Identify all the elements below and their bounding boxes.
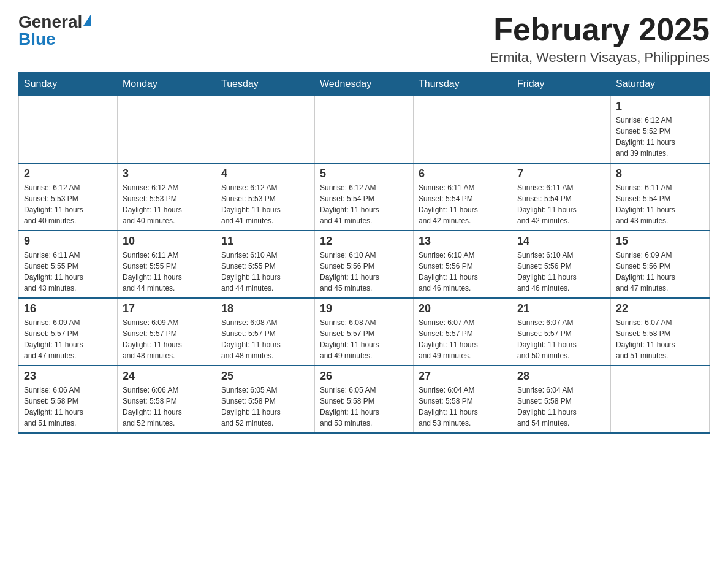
day-info: Sunrise: 6:11 AM Sunset: 5:54 PM Dayligh… xyxy=(419,182,507,226)
calendar-cell: 24Sunrise: 6:06 AM Sunset: 5:58 PM Dayli… xyxy=(118,366,216,433)
day-header-monday: Monday xyxy=(118,72,216,96)
day-header-wednesday: Wednesday xyxy=(315,72,414,96)
day-info: Sunrise: 6:09 AM Sunset: 5:56 PM Dayligh… xyxy=(616,250,704,294)
title-block: February 2025 Ermita, Western Visayas, P… xyxy=(490,12,710,66)
day-number: 14 xyxy=(517,235,605,248)
day-info: Sunrise: 6:04 AM Sunset: 5:58 PM Dayligh… xyxy=(419,385,507,429)
day-header-saturday: Saturday xyxy=(611,72,710,96)
calendar-cell: 9Sunrise: 6:11 AM Sunset: 5:55 PM Daylig… xyxy=(19,231,118,298)
calendar-cell: 8Sunrise: 6:11 AM Sunset: 5:54 PM Daylig… xyxy=(611,163,710,231)
day-info: Sunrise: 6:09 AM Sunset: 5:57 PM Dayligh… xyxy=(24,317,112,361)
day-number: 24 xyxy=(123,370,211,383)
day-number: 3 xyxy=(123,167,211,180)
day-info: Sunrise: 6:07 AM Sunset: 5:57 PM Dayligh… xyxy=(419,317,507,361)
day-number: 13 xyxy=(419,235,507,248)
day-number: 6 xyxy=(419,167,507,180)
day-number: 17 xyxy=(123,302,211,315)
day-number: 9 xyxy=(24,235,112,248)
calendar-cell: 28Sunrise: 6:04 AM Sunset: 5:58 PM Dayli… xyxy=(512,366,611,433)
day-number: 11 xyxy=(221,235,309,248)
calendar-cell xyxy=(315,96,414,164)
calendar-cell: 6Sunrise: 6:11 AM Sunset: 5:54 PM Daylig… xyxy=(414,163,512,231)
calendar-cell: 2Sunrise: 6:12 AM Sunset: 5:53 PM Daylig… xyxy=(19,163,118,231)
calendar-cell: 26Sunrise: 6:05 AM Sunset: 5:58 PM Dayli… xyxy=(315,366,414,433)
day-info: Sunrise: 6:06 AM Sunset: 5:58 PM Dayligh… xyxy=(123,385,211,429)
calendar-cell: 22Sunrise: 6:07 AM Sunset: 5:58 PM Dayli… xyxy=(611,298,710,366)
day-number: 10 xyxy=(123,235,211,248)
calendar-cell: 15Sunrise: 6:09 AM Sunset: 5:56 PM Dayli… xyxy=(611,231,710,298)
day-number: 23 xyxy=(24,370,112,383)
calendar-cell: 7Sunrise: 6:11 AM Sunset: 5:54 PM Daylig… xyxy=(512,163,611,231)
calendar-cell: 17Sunrise: 6:09 AM Sunset: 5:57 PM Dayli… xyxy=(118,298,216,366)
calendar-subtitle: Ermita, Western Visayas, Philippines xyxy=(490,50,710,66)
day-info: Sunrise: 6:05 AM Sunset: 5:58 PM Dayligh… xyxy=(221,385,309,429)
calendar-cell xyxy=(19,96,118,164)
day-number: 18 xyxy=(221,302,309,315)
day-info: Sunrise: 6:12 AM Sunset: 5:54 PM Dayligh… xyxy=(320,182,408,226)
day-number: 16 xyxy=(24,302,112,315)
day-info: Sunrise: 6:12 AM Sunset: 5:53 PM Dayligh… xyxy=(24,182,112,226)
calendar-cell: 27Sunrise: 6:04 AM Sunset: 5:58 PM Dayli… xyxy=(414,366,512,433)
day-info: Sunrise: 6:11 AM Sunset: 5:55 PM Dayligh… xyxy=(24,250,112,294)
calendar-cell xyxy=(512,96,611,164)
calendar-cell: 23Sunrise: 6:06 AM Sunset: 5:58 PM Dayli… xyxy=(19,366,118,433)
day-info: Sunrise: 6:07 AM Sunset: 5:58 PM Dayligh… xyxy=(616,317,704,361)
day-number: 5 xyxy=(320,167,408,180)
calendar-cell: 16Sunrise: 6:09 AM Sunset: 5:57 PM Dayli… xyxy=(19,298,118,366)
calendar-cell: 10Sunrise: 6:11 AM Sunset: 5:55 PM Dayli… xyxy=(118,231,216,298)
day-info: Sunrise: 6:07 AM Sunset: 5:57 PM Dayligh… xyxy=(517,317,605,361)
day-info: Sunrise: 6:05 AM Sunset: 5:58 PM Dayligh… xyxy=(320,385,408,429)
calendar-cell xyxy=(216,96,315,164)
calendar-cell xyxy=(611,366,710,433)
calendar-cell: 3Sunrise: 6:12 AM Sunset: 5:53 PM Daylig… xyxy=(118,163,216,231)
day-info: Sunrise: 6:09 AM Sunset: 5:57 PM Dayligh… xyxy=(123,317,211,361)
day-info: Sunrise: 6:04 AM Sunset: 5:58 PM Dayligh… xyxy=(517,385,605,429)
day-number: 8 xyxy=(616,167,704,180)
day-number: 22 xyxy=(616,302,704,315)
day-number: 25 xyxy=(221,370,309,383)
week-row-1: 1Sunrise: 6:12 AM Sunset: 5:52 PM Daylig… xyxy=(19,96,710,164)
week-row-3: 9Sunrise: 6:11 AM Sunset: 5:55 PM Daylig… xyxy=(19,231,710,298)
calendar-title: February 2025 xyxy=(490,12,710,47)
day-info: Sunrise: 6:12 AM Sunset: 5:53 PM Dayligh… xyxy=(123,182,211,226)
day-info: Sunrise: 6:10 AM Sunset: 5:56 PM Dayligh… xyxy=(320,250,408,294)
day-info: Sunrise: 6:12 AM Sunset: 5:53 PM Dayligh… xyxy=(221,182,309,226)
day-header-tuesday: Tuesday xyxy=(216,72,315,96)
logo: General Blue xyxy=(18,12,91,49)
calendar-cell: 12Sunrise: 6:10 AM Sunset: 5:56 PM Dayli… xyxy=(315,231,414,298)
day-number: 21 xyxy=(517,302,605,315)
day-number: 26 xyxy=(320,370,408,383)
day-number: 2 xyxy=(24,167,112,180)
day-info: Sunrise: 6:08 AM Sunset: 5:57 PM Dayligh… xyxy=(221,317,309,361)
day-number: 4 xyxy=(221,167,309,180)
calendar-cell: 11Sunrise: 6:10 AM Sunset: 5:55 PM Dayli… xyxy=(216,231,315,298)
header-row: SundayMondayTuesdayWednesdayThursdayFrid… xyxy=(19,72,710,96)
day-info: Sunrise: 6:10 AM Sunset: 5:56 PM Dayligh… xyxy=(517,250,605,294)
calendar-cell: 1Sunrise: 6:12 AM Sunset: 5:52 PM Daylig… xyxy=(611,96,710,164)
day-info: Sunrise: 6:11 AM Sunset: 5:55 PM Dayligh… xyxy=(123,250,211,294)
day-number: 27 xyxy=(419,370,507,383)
day-number: 28 xyxy=(517,370,605,383)
calendar-cell xyxy=(118,96,216,164)
day-number: 15 xyxy=(616,235,704,248)
week-row-5: 23Sunrise: 6:06 AM Sunset: 5:58 PM Dayli… xyxy=(19,366,710,433)
day-number: 19 xyxy=(320,302,408,315)
day-number: 7 xyxy=(517,167,605,180)
day-number: 20 xyxy=(419,302,507,315)
logo-triangle-icon xyxy=(83,15,91,26)
day-info: Sunrise: 6:08 AM Sunset: 5:57 PM Dayligh… xyxy=(320,317,408,361)
day-header-friday: Friday xyxy=(512,72,611,96)
day-header-sunday: Sunday xyxy=(19,72,118,96)
calendar-cell: 21Sunrise: 6:07 AM Sunset: 5:57 PM Dayli… xyxy=(512,298,611,366)
day-info: Sunrise: 6:06 AM Sunset: 5:58 PM Dayligh… xyxy=(24,385,112,429)
day-number: 1 xyxy=(616,100,704,113)
calendar-table: SundayMondayTuesdayWednesdayThursdayFrid… xyxy=(18,72,710,434)
calendar-cell: 14Sunrise: 6:10 AM Sunset: 5:56 PM Dayli… xyxy=(512,231,611,298)
week-row-4: 16Sunrise: 6:09 AM Sunset: 5:57 PM Dayli… xyxy=(19,298,710,366)
calendar-cell xyxy=(414,96,512,164)
calendar-cell: 20Sunrise: 6:07 AM Sunset: 5:57 PM Dayli… xyxy=(414,298,512,366)
day-info: Sunrise: 6:12 AM Sunset: 5:52 PM Dayligh… xyxy=(616,115,704,159)
day-header-thursday: Thursday xyxy=(414,72,512,96)
week-row-2: 2Sunrise: 6:12 AM Sunset: 5:53 PM Daylig… xyxy=(19,163,710,231)
calendar-cell: 13Sunrise: 6:10 AM Sunset: 5:56 PM Dayli… xyxy=(414,231,512,298)
